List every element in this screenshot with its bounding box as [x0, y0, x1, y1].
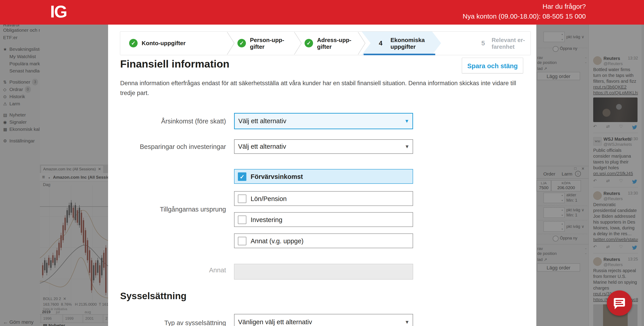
header-phone: Nya konton (09.00-18.00): 08-505 15 000: [463, 12, 586, 20]
checkbox-icon[interactable]: [238, 237, 246, 245]
wizard-stepper: ✓ Konto-uppgifter ✓ Person-upp-gifter ✓ …: [120, 31, 531, 55]
page-title: Finansiell information: [120, 58, 229, 70]
active-step-underline: [364, 54, 435, 55]
chevron-down-icon: ▼: [404, 319, 410, 325]
step-5-number: 5: [481, 31, 485, 55]
employment-type-select[interactable]: Vänligen välj ett alternativ ▼: [234, 314, 413, 326]
savings-select[interactable]: Välj ett alternativ ▼: [234, 139, 413, 154]
header-question: Har du frågor?: [543, 3, 586, 10]
step-4-ekonomiska[interactable]: Ekonomiskauppgifter: [390, 37, 425, 50]
step-5-relevant[interactable]: Relevant er-farenhet: [492, 37, 525, 50]
chevron-down-icon: ▼: [404, 144, 410, 150]
savings-label: Besparingar och investeringar: [122, 143, 226, 150]
chevron-down-icon: ▼: [404, 118, 409, 124]
chat-button[interactable]: [607, 291, 632, 316]
account-wizard-modal: ✓ Konto-uppgifter ✓ Person-upp-gifter ✓ …: [108, 24, 536, 326]
origin-option-annat[interactable]: Annat (v.g. uppge): [234, 233, 413, 248]
page-description: Denna information efterfrågas endast för…: [120, 78, 516, 98]
step-done-icon: ✓: [129, 39, 138, 47]
step-3-adress[interactable]: Adress-upp-gifter: [317, 37, 351, 50]
employment-type-label: Typ av sysselsättning: [122, 319, 226, 326]
other-label: Annat: [122, 267, 226, 274]
origin-option-lon-pension[interactable]: Lön/Pension: [234, 191, 413, 206]
app-header: IG Har du frågor? Nya konton (09.00-18.0…: [0, 0, 644, 24]
origin-option-forvarvsinkomst[interactable]: ✓ Förvärvsinkomst: [234, 169, 413, 184]
origin-option-investering[interactable]: Investering: [234, 212, 413, 227]
chat-bubble-icon: [614, 298, 625, 307]
ig-trading-app: Råvaror Obligationer och räntor ETF:er ★…: [0, 0, 644, 326]
step-done-icon: ✓: [304, 39, 313, 47]
ig-logo: IG: [50, 2, 67, 21]
other-input: [234, 264, 413, 280]
income-select[interactable]: Välj ett alternativ ▼: [234, 113, 413, 129]
income-label: Årsinkomst (före skatt): [122, 118, 226, 125]
step-2-person[interactable]: Person-upp-gifter: [250, 37, 284, 50]
step-1-konto[interactable]: Konto-uppgifter: [142, 31, 186, 55]
checkbox-icon[interactable]: [238, 195, 246, 203]
step-done-icon: ✓: [238, 39, 246, 47]
save-and-close-button[interactable]: Spara och stäng: [462, 58, 523, 73]
assets-origin-label: Tillgångarnas ursprung: [122, 206, 226, 213]
employment-heading: Sysselsättning: [120, 291, 186, 302]
checkbox-checked-icon[interactable]: ✓: [238, 172, 246, 181]
checkbox-icon[interactable]: [238, 216, 246, 224]
step-4-number: 4: [379, 31, 382, 55]
